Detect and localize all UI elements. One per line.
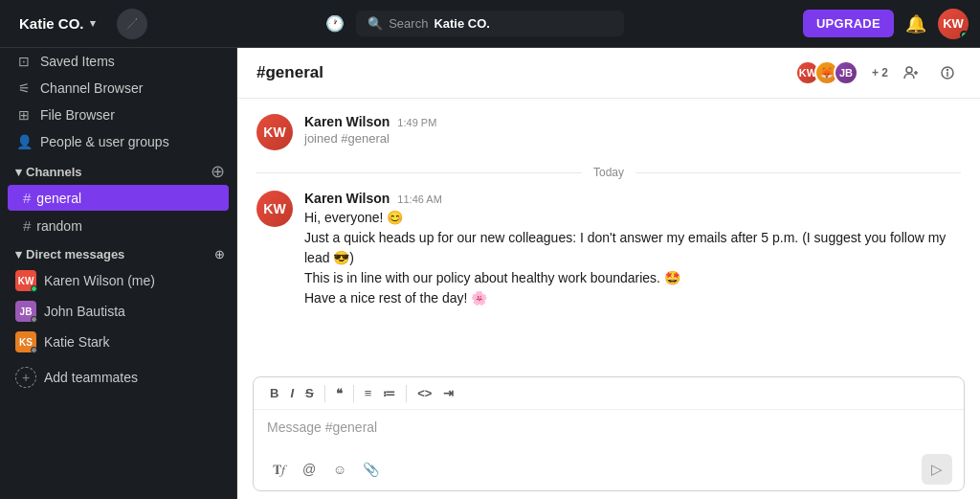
msg-line-4: Have a nice rest of the day! 🌸: [304, 288, 961, 308]
message-input[interactable]: Message #general: [254, 410, 964, 448]
sidebar-item-saved-items[interactable]: ⊡ Saved Items: [0, 48, 236, 75]
sidebar-item-people-user-groups[interactable]: 👤 People & user groups: [0, 128, 236, 155]
topbar-center: 🕐 🔍 Search Katie CO.: [157, 11, 793, 36]
dm-avatar-john: JB: [15, 301, 36, 322]
user-avatar[interactable]: KW: [938, 9, 969, 39]
saved-items-icon: ⊡: [15, 54, 33, 69]
svg-point-3: [947, 70, 948, 71]
channel-browser-label: Channel Browser: [40, 80, 143, 96]
workspace-chevron-icon: ▾: [90, 17, 96, 30]
dm-name-katie: Katie Stark: [44, 334, 109, 350]
formatting-toolbar: B I S ❝ ≡ ≔ <> ⇥: [254, 377, 964, 410]
code-button[interactable]: <>: [412, 383, 436, 403]
upgrade-button[interactable]: UPGRADE: [803, 10, 894, 37]
unordered-list-button[interactable]: ≔: [378, 383, 400, 403]
chat-header-right: KW 🦊 JB + 2: [795, 59, 961, 86]
msg-text-1: joined #general: [304, 131, 961, 146]
saved-items-label: Saved Items: [40, 54, 115, 69]
add-channel-icon[interactable]: ⊕: [211, 163, 225, 180]
dm-item-karen[interactable]: KW Karen Wilson (me): [0, 265, 236, 296]
main-layout: ⊡ Saved Items ⚟ Channel Browser ⊞ File B…: [0, 48, 980, 499]
dm-initials-katie: KS: [19, 337, 33, 348]
search-bar[interactable]: 🔍 Search Katie CO.: [356, 11, 624, 36]
italic-button[interactable]: I: [285, 383, 299, 403]
channels-section-text: Channels: [26, 165, 82, 179]
msg-content-2: Karen Wilson 11:46 AM Hi, everyone! 😊 Ju…: [304, 191, 961, 308]
strikethrough-button[interactable]: S: [301, 383, 319, 403]
input-bottom-icons: 𝐓𝑓 @ ☺ 📎: [265, 456, 384, 483]
msg-author-2: Karen Wilson: [304, 191, 390, 206]
avatar-initials: KW: [943, 16, 964, 31]
emoji-icon[interactable]: ☺: [326, 456, 353, 483]
blockquote-button[interactable]: ❝: [331, 383, 347, 403]
send-button[interactable]: ▷: [922, 454, 952, 485]
channels-section-header[interactable]: ▾ Channels ⊕: [0, 155, 236, 184]
dm-section-header[interactable]: ▾ Direct messages ⊕: [0, 239, 236, 265]
dm-item-john[interactable]: JB John Bautista: [0, 296, 236, 327]
msg-author-1: Karen Wilson: [304, 114, 390, 129]
dm-name-karen: Karen Wilson (me): [44, 273, 155, 288]
mention-icon[interactable]: @: [296, 456, 323, 483]
today-divider: Today: [237, 158, 980, 187]
member-avatars[interactable]: KW 🦊 JB: [795, 60, 858, 85]
topbar: Katie CO. ▾ 🕐 🔍 Search Katie CO. UPGRADE…: [0, 0, 980, 48]
channel-item-random[interactable]: # random: [8, 213, 229, 238]
member-avatar-3: JB: [834, 60, 858, 85]
edit-button[interactable]: [117, 9, 147, 39]
workspace-name[interactable]: Katie CO. ▾: [11, 15, 103, 32]
msg-time-1: 1:49 PM: [397, 117, 436, 128]
history-icon[interactable]: 🕐: [325, 14, 345, 33]
file-browser-icon: ⊞: [15, 107, 33, 123]
chat-header-left: #general: [256, 63, 323, 82]
dm-initials-john: JB: [20, 306, 33, 317]
message-input-area: B I S ❝ ≡ ≔ <> ⇥ Message #general 𝐓𝑓 @ ☺…: [253, 376, 965, 491]
dm-avatar-karen: KW: [15, 270, 36, 291]
add-member-icon[interactable]: [898, 59, 924, 86]
notifications-icon[interactable]: 🔔: [905, 13, 926, 34]
add-dm-icon[interactable]: ⊕: [214, 247, 225, 261]
toolbar-divider-3: [406, 385, 407, 402]
toolbar-divider-2: [353, 385, 354, 402]
channels-section-label: ▾ Channels: [15, 165, 82, 179]
channel-browser-icon: ⚟: [15, 80, 33, 96]
messages-list: KW Karen Wilson 1:49 PM joined #general …: [237, 99, 980, 369]
sidebar-item-file-browser[interactable]: ⊞ File Browser: [0, 102, 236, 128]
workspace-label: Katie CO.: [19, 15, 84, 32]
people-icon: 👤: [15, 134, 33, 149]
plus-circle-icon: +: [15, 367, 36, 388]
format-icon[interactable]: 𝐓𝑓: [265, 456, 292, 483]
dm-name-john: John Bautista: [44, 304, 125, 319]
search-term: Katie CO.: [434, 16, 490, 31]
file-browser-label: File Browser: [40, 107, 115, 123]
input-bottom-bar: 𝐓𝑓 @ ☺ 📎 ▷: [254, 448, 964, 490]
bold-button[interactable]: B: [265, 383, 283, 403]
info-icon[interactable]: [934, 59, 961, 86]
add-teammates-button[interactable]: + Add teammates: [0, 361, 236, 394]
member-count-extra: + 2: [872, 66, 888, 79]
status-dot: [960, 31, 969, 39]
search-label: Search: [389, 16, 428, 31]
sidebar-item-channel-browser[interactable]: ⚟ Channel Browser: [0, 75, 236, 102]
hash-icon: #: [23, 190, 31, 206]
ordered-list-button[interactable]: ≡: [360, 383, 377, 403]
channel-title: #general: [256, 63, 323, 82]
dm-avatar-katie: KS: [15, 331, 36, 352]
attachment-icon[interactable]: 📎: [357, 456, 384, 483]
indent-button[interactable]: ⇥: [438, 383, 458, 403]
status-john: [31, 316, 37, 323]
channel-item-general[interactable]: # general: [8, 185, 229, 211]
hash-icon: #: [23, 217, 31, 234]
dm-item-katie[interactable]: KS Katie Stark: [0, 327, 236, 357]
search-icon: 🔍: [368, 16, 383, 31]
msg-meta-2: Karen Wilson 11:46 AM: [304, 191, 961, 206]
msg-line-1: Hi, everyone! 😊: [304, 208, 961, 228]
dm-section-text: Direct messages: [26, 247, 124, 261]
msg-avatar-2: KW: [256, 191, 293, 227]
status-katie: [31, 347, 37, 353]
sidebar: ⊡ Saved Items ⚟ Channel Browser ⊞ File B…: [0, 48, 237, 499]
pencil-icon: [125, 17, 139, 31]
svg-point-0: [906, 67, 912, 73]
message-group-1: KW Karen Wilson 1:49 PM joined #general: [237, 110, 980, 154]
add-teammates-label: Add teammates: [44, 370, 138, 385]
toolbar-divider-1: [324, 385, 325, 402]
